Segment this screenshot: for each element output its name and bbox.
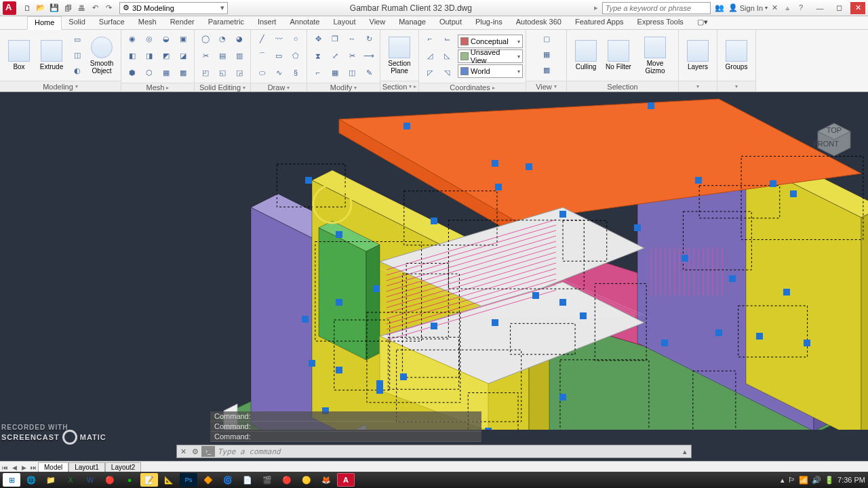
drawing-viewport[interactable]: [–][SE Isometric][Conceptual] — ◻ ✕ TOP … xyxy=(0,92,868,461)
app-icon-1[interactable]: 📐 xyxy=(160,473,178,487)
search-input[interactable] xyxy=(602,2,711,14)
tab-autodesk360[interactable]: Autodesk 360 xyxy=(509,16,568,29)
erase-icon[interactable]: ✎ xyxy=(361,65,377,80)
circle-icon[interactable]: ○ xyxy=(288,31,304,46)
saveas-icon[interactable]: 🗐 xyxy=(62,3,73,14)
photoshop-icon[interactable]: Ps xyxy=(180,473,197,487)
minimize-button[interactable]: — xyxy=(812,2,827,14)
mesh-icon-10[interactable]: ⬡ xyxy=(141,65,157,80)
move-icon[interactable]: ✥ xyxy=(310,31,326,46)
sedit-icon-9[interactable]: ◲ xyxy=(231,65,248,80)
maximize-button[interactable]: ◻ xyxy=(831,2,846,14)
tab-layout[interactable]: Layout xyxy=(326,16,362,29)
ucs-icon-3[interactable]: ◿ xyxy=(422,48,438,63)
copy-icon[interactable]: ❐ xyxy=(327,31,343,46)
rotate-icon[interactable]: ↻ xyxy=(361,31,377,46)
offset-icon[interactable]: ◫ xyxy=(344,65,360,80)
ucs-icon-5[interactable]: ◸ xyxy=(422,65,438,80)
word-icon[interactable]: W xyxy=(81,473,99,487)
tab-parametric[interactable]: Parametric xyxy=(201,16,251,29)
rectangle-icon[interactable]: ▭ xyxy=(271,48,287,63)
command-line[interactable]: ✕ ⚙ ›_ Type a command ▴ xyxy=(176,445,692,458)
layout-tab-model[interactable]: Model xyxy=(38,462,68,472)
new-icon[interactable]: 🗋 xyxy=(22,3,33,14)
layout-next-icon[interactable]: ▶ xyxy=(19,464,28,471)
cmd-close-icon[interactable]: ✕ xyxy=(177,447,189,456)
mesh-icon-5[interactable]: ◧ xyxy=(124,48,140,63)
stretch-icon[interactable]: ↔ xyxy=(344,31,360,46)
mesh-icon-11[interactable]: ▦ xyxy=(158,65,174,80)
tab-plugins[interactable]: Plug-ins xyxy=(469,16,509,29)
workspace-selector[interactable]: ⚙3D Modeling xyxy=(119,2,228,14)
subtract-icon[interactable]: ◔ xyxy=(214,31,231,46)
autodesk-exchange-icon[interactable]: 👥 xyxy=(715,3,724,13)
app-icon-3[interactable]: 🌀 xyxy=(219,473,237,487)
mesh-icon-12[interactable]: ▩ xyxy=(175,65,191,80)
tab-manage[interactable]: Manage xyxy=(392,16,433,29)
tray-flag-icon[interactable]: 🏳 xyxy=(788,476,795,484)
mesh-icon-7[interactable]: ◩ xyxy=(158,48,174,63)
ribbon-minimize-icon[interactable]: ▢▾ xyxy=(690,16,715,29)
app-icon-4[interactable]: 📄 xyxy=(239,473,256,487)
tab-mesh[interactable]: Mesh xyxy=(132,16,163,29)
notes-icon[interactable]: 📝 xyxy=(140,473,158,487)
command-input[interactable]: Type a command xyxy=(218,447,679,456)
view-icon-2[interactable]: ▦ xyxy=(534,47,559,62)
nofilter-button[interactable]: No Filter xyxy=(602,39,635,72)
intersect-icon[interactable]: ◕ xyxy=(231,31,248,46)
mesh-icon-9[interactable]: ⬢ xyxy=(124,65,140,80)
system-tray[interactable]: ▴ 🏳 📶 🔊 🔋 7:36 PM xyxy=(781,476,865,485)
extend-icon[interactable]: ⟶ xyxy=(361,48,377,63)
named-view-combo[interactable]: Unsaved View xyxy=(458,49,523,63)
close-button[interactable]: ✕ xyxy=(850,2,865,14)
ucs-icon-6[interactable]: ◹ xyxy=(439,65,455,80)
union-icon[interactable]: ◯ xyxy=(197,31,214,46)
groups-button[interactable]: Groups xyxy=(720,39,753,72)
view-icon-1[interactable]: ▢ xyxy=(534,31,559,46)
start-button[interactable]: ⊞ xyxy=(3,473,20,487)
layers-button[interactable]: Layers xyxy=(682,39,714,72)
extrude-button[interactable]: Extrude xyxy=(35,39,68,72)
fillet-icon[interactable]: ⌐ xyxy=(310,65,326,80)
polysolid-icon[interactable]: ▭ xyxy=(69,33,85,47)
line-icon[interactable]: ╱ xyxy=(254,31,270,46)
tab-render[interactable]: Render xyxy=(163,16,201,29)
tab-annotate[interactable]: Annotate xyxy=(283,16,326,29)
tray-battery-icon[interactable]: 🔋 xyxy=(825,476,834,485)
tab-home[interactable]: Home xyxy=(27,16,62,30)
extract-edges-icon[interactable]: ▥ xyxy=(231,48,248,63)
presspull-icon[interactable]: ◫ xyxy=(69,48,85,63)
chrome-running-icon[interactable]: 🟡 xyxy=(298,473,315,487)
tray-volume-icon[interactable]: 🔊 xyxy=(812,476,821,485)
sedit-icon-7[interactable]: ◰ xyxy=(197,65,214,80)
helix-icon[interactable]: § xyxy=(288,65,304,80)
save-icon[interactable]: 💾 xyxy=(49,3,60,14)
ucs-icon-2[interactable]: ⌙ xyxy=(439,31,455,46)
visual-style-combo[interactable]: Conceptual xyxy=(458,35,523,48)
mesh-icon-4[interactable]: ▣ xyxy=(175,31,191,46)
layout-tab-layout2[interactable]: Layout2 xyxy=(105,462,142,472)
tab-solid[interactable]: Solid xyxy=(62,16,92,29)
explorer-icon[interactable]: 📁 xyxy=(42,473,60,487)
viewcube[interactable]: TOP FRONT xyxy=(814,119,854,160)
print-icon[interactable]: 🖶 xyxy=(76,3,87,14)
revolve-icon[interactable]: ◐ xyxy=(69,64,85,79)
smooth-object-button[interactable]: Smooth Object xyxy=(85,35,118,76)
section-plane-button[interactable]: Section Plane xyxy=(383,35,416,76)
mesh-icon-1[interactable]: ◉ xyxy=(124,31,140,46)
app-icon[interactable] xyxy=(3,1,16,15)
mesh-icon-6[interactable]: ◨ xyxy=(141,48,157,63)
mirror-icon[interactable]: ⧗ xyxy=(310,48,326,63)
tab-surface[interactable]: Surface xyxy=(92,16,132,29)
culling-button[interactable]: Culling xyxy=(570,39,602,72)
cmd-options-icon[interactable]: ⚙ xyxy=(189,447,201,456)
tray-network-icon[interactable]: 📶 xyxy=(799,476,808,485)
stay-connected-icon[interactable]: ⟁ xyxy=(785,3,795,13)
arc-icon[interactable]: ⌒ xyxy=(254,48,270,63)
layout-tab-layout1[interactable]: Layout1 xyxy=(68,462,105,472)
signin-button[interactable]: 👤Sign In▾ xyxy=(728,3,768,12)
polygon-icon[interactable]: ⬠ xyxy=(288,48,304,63)
help-icon[interactable]: ? xyxy=(799,3,808,13)
ellipse-icon[interactable]: ⬭ xyxy=(254,65,270,80)
tray-clock[interactable]: 7:36 PM xyxy=(837,476,865,484)
